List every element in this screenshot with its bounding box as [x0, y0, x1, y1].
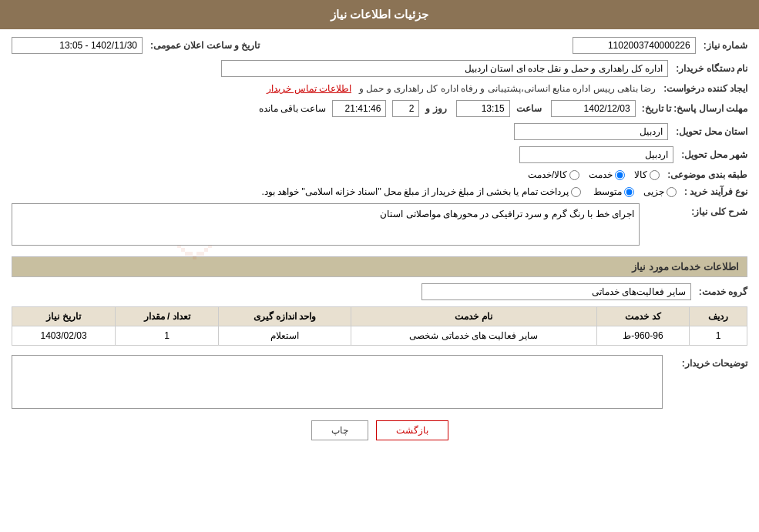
main-content: شماره نیاز: تاریخ و ساعت اعلان عمومی: نا… [0, 29, 759, 460]
category-label: طبقه بندی موضوعی: [667, 169, 747, 180]
page-header: جزئیات اطلاعات نیاز [0, 0, 759, 29]
service-group-input[interactable] [421, 283, 691, 300]
need-description-value: اجرای خط با رنگ گرم و سرد ترافیکی در محو… [380, 209, 634, 219]
cell-code: 960-96-ط [596, 326, 690, 346]
category-khedmat[interactable]: خدمت [589, 169, 625, 180]
announcement-date-label: تاریخ و ساعت اعلان عمومی: [150, 40, 260, 51]
category-kala[interactable]: کالا [634, 169, 660, 180]
reply-clock-input[interactable] [332, 100, 386, 117]
reply-deadline-label: مهلت ارسال پاسخ: تا تاریخ: [642, 103, 747, 114]
cell-name: سایر فعالیت های خدماتی شخصی [351, 326, 596, 346]
service-group-label: گروه خدمت: [699, 286, 747, 297]
back-button[interactable]: بازگشت [376, 420, 448, 440]
services-table: ردیف کد خدمت نام خدمت واحد اندازه گیری ت… [12, 306, 747, 346]
reply-time-label: ساعت [516, 103, 542, 114]
col-code: کد خدمت [596, 307, 690, 326]
reply-date-input[interactable] [551, 100, 636, 117]
reply-days-input[interactable] [392, 100, 419, 117]
cell-unit: استعلام [219, 326, 351, 346]
delivery-city-label: شهر محل تحویل: [681, 149, 747, 160]
need-description-label: شرح کلی نیاز: [647, 203, 747, 217]
buyer-org-input[interactable] [221, 60, 668, 77]
requester-value: رضا بناهی رییس اداره منابع انسانی،پشتیبا… [359, 83, 656, 94]
delivery-city-input[interactable] [519, 146, 673, 163]
category-radio-group: کالا خدمت کالا/خدمت [528, 169, 660, 180]
process-special[interactable]: پرداخت تمام یا بخشی از مبلغ خریدار از مب… [261, 186, 581, 197]
delivery-province-input[interactable] [514, 123, 668, 140]
buyer-desc-textarea[interactable] [12, 355, 663, 409]
need-description-box: اجرای خط با رنگ گرم و سرد ترافیکی در محو… [12, 203, 640, 246]
col-row: ردیف [690, 307, 747, 326]
announcement-date-input[interactable] [12, 37, 143, 54]
bottom-buttons: بازگشت چاپ [12, 420, 747, 440]
col-quantity: تعداد / مقدار [116, 307, 219, 326]
process-type-label: نوع فرآیند خرید : [684, 186, 747, 197]
buyer-desc-label: توضیحات خریدار: [670, 355, 747, 369]
process-radio-group: جزیی متوسط پرداخت تمام یا بخشی از مبلغ خ… [261, 186, 677, 197]
process-jozi[interactable]: جزیی [643, 186, 677, 197]
table-row: 1 960-96-ط سایر فعالیت های خدماتی شخصی ا… [12, 326, 747, 346]
page-wrapper: جزئیات اطلاعات نیاز شماره نیاز: تاریخ و … [0, 0, 759, 532]
cell-quantity: 1 [116, 326, 219, 346]
reply-clock-label: ساعت باقی مانده [259, 103, 327, 114]
cell-date: 1403/02/03 [12, 326, 116, 346]
delivery-province-label: استان محل تحویل: [676, 126, 747, 137]
print-button[interactable]: چاپ [311, 420, 368, 440]
requester-link[interactable]: اطلاعات تماس خریدار [267, 83, 351, 94]
services-section-title: اطلاعات خدمات مورد نیاز [12, 256, 747, 277]
reply-days-label: روز و [425, 103, 446, 114]
process-motevaset[interactable]: متوسط [593, 186, 634, 197]
need-number-label: شماره نیاز: [704, 40, 747, 51]
need-number-input[interactable] [573, 37, 696, 54]
reply-time-input[interactable] [456, 100, 510, 117]
col-name: نام خدمت [351, 307, 596, 326]
page-title: جزئیات اطلاعات نیاز [331, 8, 428, 21]
category-kala-khedmat[interactable]: کالا/خدمت [528, 169, 579, 180]
buyer-org-label: نام دستگاه خریدار: [676, 63, 747, 74]
cell-row: 1 [690, 326, 747, 346]
col-unit: واحد اندازه گیری [219, 307, 351, 326]
requester-label: ایجاد کننده درخواست: [663, 83, 747, 94]
col-date: تاریخ نیاز [12, 307, 116, 326]
